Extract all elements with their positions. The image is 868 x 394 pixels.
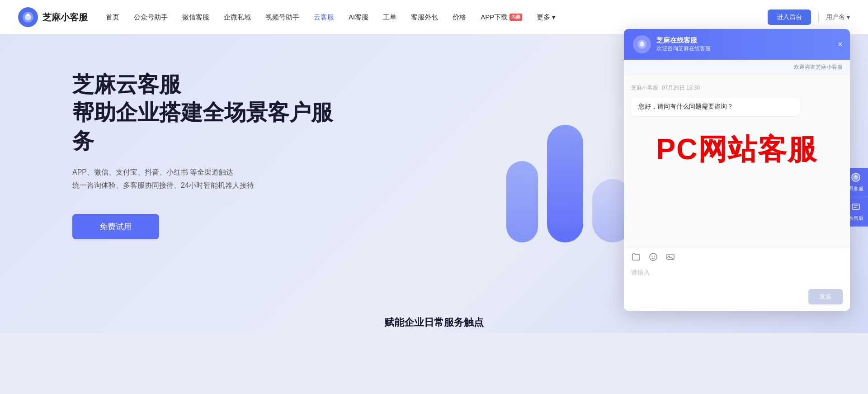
folder-icon[interactable] — [631, 252, 641, 262]
nav-workorder[interactable]: 工单 — [383, 13, 396, 22]
emoji-icon[interactable] — [648, 252, 658, 262]
svg-point-5 — [641, 42, 643, 44]
nav-price[interactable]: 价格 — [453, 13, 466, 22]
cylinder-2 — [547, 125, 583, 242]
chat-toolbar — [624, 247, 850, 265]
nav-right: 进入后台 用户名 ▾ — [768, 9, 850, 25]
chevron-down-icon: ▾ — [847, 14, 850, 21]
svg-point-2 — [27, 14, 29, 16]
after-sale-icon — [851, 202, 861, 213]
customer-icon — [851, 172, 861, 184]
nav-home[interactable]: 首页 — [106, 13, 119, 22]
nav-cloud-service[interactable]: 云客服 — [314, 13, 334, 22]
chat-input-placeholder: 请输入 — [631, 269, 650, 276]
nav-outsource[interactable]: 客服外包 — [411, 13, 438, 22]
chat-input-area[interactable]: 请输入 — [624, 265, 850, 285]
svg-point-8 — [654, 256, 655, 257]
svg-rect-14 — [852, 204, 859, 209]
chat-footer: 发送 — [624, 285, 850, 311]
nav-user[interactable]: 用户名 ▾ — [826, 13, 850, 21]
chat-widget: 芝麻在线客服 欢迎咨询芝麻在线客服 × 欢迎咨询芝麻小客服 芝麻小客服 07月2… — [624, 29, 850, 311]
nav-video-assistant[interactable]: 视频号助手 — [265, 13, 299, 22]
brand-name: 芝麻小客服 — [42, 11, 88, 24]
chat-welcome-bar: 欢迎咨询芝麻小客服 — [624, 60, 850, 75]
chat-message-group: 芝麻小客服 07月26日 15:30 您好，请问有什么问题需要咨询？ — [631, 84, 843, 116]
logo-icon — [18, 7, 38, 27]
hot-badge: 内测 — [509, 14, 522, 21]
nav-ai-service[interactable]: AI客服 — [349, 13, 368, 22]
chat-header-name: 芝麻在线客服 — [656, 36, 711, 45]
chat-sender-name: 芝麻小客服 — [631, 84, 658, 92]
free-trial-button[interactable]: 免费试用 — [72, 214, 159, 239]
chevron-down-icon: ▾ — [552, 13, 556, 21]
chat-bubble: 您好，请问有什么问题需要咨询？ — [631, 97, 800, 116]
cylinder-1 — [506, 161, 538, 242]
chat-close-button[interactable]: × — [838, 40, 843, 48]
nav-links: 首页 公众号助手 微信客服 企微私域 视频号助手 云客服 AI客服 工单 客服外… — [106, 13, 768, 22]
nav-logo[interactable]: 芝麻小客服 — [18, 7, 88, 27]
svg-point-13 — [855, 175, 857, 177]
chat-message-time: 07月26日 15:30 — [662, 84, 700, 92]
nav-wechat-service[interactable]: 微信客服 — [182, 13, 209, 22]
chat-header-info: 芝麻在线客服 欢迎咨询芝麻在线客服 — [656, 36, 711, 52]
send-button[interactable]: 发送 — [808, 289, 843, 304]
chat-body: 芝麻小客服 07月26日 15:30 您好，请问有什么问题需要咨询？ PC网站客… — [624, 75, 850, 247]
hero-title: 芝麻云客服 帮助企业搭建全场景客户服务 — [72, 71, 344, 155]
hero-subtitle: APP、微信、支付宝、抖音、小红书 等全渠道触达 统一咨询体验、多客服协同接待、… — [72, 166, 344, 192]
svg-point-6 — [650, 253, 657, 261]
image-icon[interactable] — [665, 252, 675, 262]
chat-header: 芝麻在线客服 欢迎咨询芝麻在线客服 × — [624, 29, 850, 60]
side-float-aftersale-label: 系售后 — [849, 215, 863, 222]
svg-point-7 — [652, 256, 653, 257]
chat-big-label: PC网站客服 — [631, 116, 843, 178]
chat-avatar — [633, 35, 651, 53]
nav-enterprise-domain[interactable]: 企微私域 — [224, 13, 251, 22]
nav-app-download[interactable]: APP下载 内测 — [481, 13, 522, 22]
side-float-customer-label: 系客服 — [849, 185, 863, 192]
chat-header-subtitle: 欢迎咨询芝麻在线客服 — [656, 45, 711, 52]
nav-mp-assistant[interactable]: 公众号助手 — [134, 13, 168, 22]
nav-divider — [818, 12, 819, 23]
enter-backend-button[interactable]: 进入后台 — [768, 9, 811, 25]
nav-more[interactable]: 更多 ▾ — [537, 13, 556, 22]
chat-sender-meta: 芝麻小客服 07月26日 15:30 — [631, 84, 843, 92]
hero-decoration — [506, 125, 633, 242]
hero-content: 芝麻云客服 帮助企业搭建全场景客户服务 APP、微信、支付宝、抖音、小红书 等全… — [72, 71, 344, 239]
